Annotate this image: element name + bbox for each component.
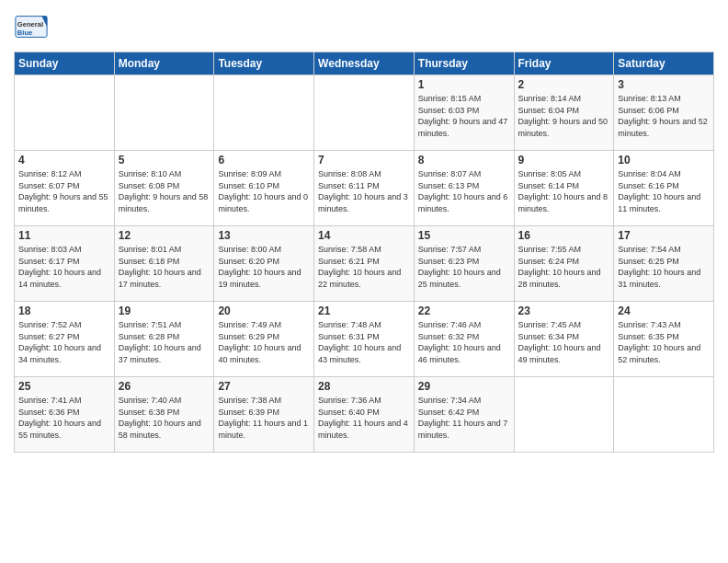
calendar-header-cell: Friday — [514, 52, 614, 75]
calendar-header-cell: Saturday — [614, 52, 714, 75]
calendar-header-cell: Sunday — [15, 52, 115, 75]
calendar-week-row: 25Sunrise: 7:41 AM Sunset: 6:36 PM Dayli… — [15, 377, 714, 453]
day-info: Sunrise: 8:00 AM Sunset: 6:20 PM Dayligh… — [218, 244, 310, 290]
day-info: Sunrise: 7:52 AM Sunset: 6:27 PM Dayligh… — [18, 319, 110, 365]
calendar-cell: 9Sunrise: 8:05 AM Sunset: 6:14 PM Daylig… — [514, 151, 614, 226]
day-info: Sunrise: 7:41 AM Sunset: 6:36 PM Dayligh… — [18, 395, 110, 441]
day-number: 18 — [18, 304, 110, 317]
day-info: Sunrise: 7:57 AM Sunset: 6:23 PM Dayligh… — [418, 244, 510, 290]
svg-text:Blue: Blue — [17, 29, 32, 37]
calendar-cell: 6Sunrise: 8:09 AM Sunset: 6:10 PM Daylig… — [214, 151, 314, 226]
day-info: Sunrise: 8:07 AM Sunset: 6:13 PM Dayligh… — [418, 168, 510, 214]
calendar-cell — [114, 75, 214, 151]
calendar-cell: 21Sunrise: 7:48 AM Sunset: 6:31 PM Dayli… — [314, 302, 415, 377]
logo-icon: General Blue — [14, 9, 49, 44]
day-info: Sunrise: 7:49 AM Sunset: 6:29 PM Dayligh… — [218, 319, 310, 365]
day-number: 10 — [618, 154, 710, 167]
calendar-week-row: 11Sunrise: 8:03 AM Sunset: 6:17 PM Dayli… — [15, 226, 714, 302]
calendar-cell — [214, 75, 314, 151]
calendar-cell: 22Sunrise: 7:46 AM Sunset: 6:32 PM Dayli… — [414, 302, 514, 377]
day-info: Sunrise: 8:15 AM Sunset: 6:03 PM Dayligh… — [418, 93, 510, 139]
day-info: Sunrise: 8:13 AM Sunset: 6:06 PM Dayligh… — [618, 93, 710, 139]
calendar-cell: 29Sunrise: 7:34 AM Sunset: 6:42 PM Dayli… — [414, 377, 514, 453]
day-info: Sunrise: 8:04 AM Sunset: 6:16 PM Dayligh… — [618, 168, 710, 214]
day-info: Sunrise: 7:55 AM Sunset: 6:24 PM Dayligh… — [518, 244, 610, 290]
calendar-header-cell: Monday — [114, 52, 214, 75]
day-info: Sunrise: 8:03 AM Sunset: 6:17 PM Dayligh… — [18, 244, 110, 290]
day-number: 27 — [218, 380, 310, 393]
day-info: Sunrise: 7:51 AM Sunset: 6:28 PM Dayligh… — [119, 319, 210, 365]
day-info: Sunrise: 8:14 AM Sunset: 6:04 PM Dayligh… — [518, 93, 610, 139]
header: General Blue — [14, 9, 714, 44]
calendar-cell: 16Sunrise: 7:55 AM Sunset: 6:24 PM Dayli… — [514, 226, 614, 302]
day-info: Sunrise: 7:36 AM Sunset: 6:40 PM Dayligh… — [318, 395, 410, 441]
day-number: 16 — [518, 229, 610, 242]
calendar-cell: 11Sunrise: 8:03 AM Sunset: 6:17 PM Dayli… — [15, 226, 115, 302]
day-number: 23 — [518, 304, 610, 317]
calendar-week-row: 1Sunrise: 8:15 AM Sunset: 6:03 PM Daylig… — [15, 75, 714, 151]
day-number: 5 — [119, 154, 210, 167]
calendar-table: SundayMondayTuesdayWednesdayThursdayFrid… — [14, 52, 714, 453]
calendar-cell — [314, 75, 415, 151]
calendar-cell: 10Sunrise: 8:04 AM Sunset: 6:16 PM Dayli… — [614, 151, 714, 226]
day-number: 8 — [418, 154, 510, 167]
day-info: Sunrise: 8:05 AM Sunset: 6:14 PM Dayligh… — [518, 168, 610, 214]
day-number: 11 — [18, 229, 110, 242]
calendar-cell: 26Sunrise: 7:40 AM Sunset: 6:38 PM Dayli… — [114, 377, 214, 453]
calendar-cell: 7Sunrise: 8:08 AM Sunset: 6:11 PM Daylig… — [314, 151, 415, 226]
calendar-cell: 18Sunrise: 7:52 AM Sunset: 6:27 PM Dayli… — [15, 302, 115, 377]
calendar-cell: 12Sunrise: 8:01 AM Sunset: 6:18 PM Dayli… — [114, 226, 214, 302]
calendar-cell: 20Sunrise: 7:49 AM Sunset: 6:29 PM Dayli… — [214, 302, 314, 377]
day-number: 17 — [618, 229, 710, 242]
day-number: 15 — [418, 229, 510, 242]
day-number: 25 — [18, 380, 110, 393]
day-number: 14 — [318, 229, 410, 242]
calendar-cell: 17Sunrise: 7:54 AM Sunset: 6:25 PM Dayli… — [614, 226, 714, 302]
calendar-cell: 23Sunrise: 7:45 AM Sunset: 6:34 PM Dayli… — [514, 302, 614, 377]
calendar-cell: 13Sunrise: 8:00 AM Sunset: 6:20 PM Dayli… — [214, 226, 314, 302]
day-info: Sunrise: 7:54 AM Sunset: 6:25 PM Dayligh… — [618, 244, 710, 290]
day-number: 13 — [218, 229, 310, 242]
day-number: 19 — [119, 304, 210, 317]
calendar-cell — [614, 377, 714, 453]
day-info: Sunrise: 8:10 AM Sunset: 6:08 PM Dayligh… — [119, 168, 210, 214]
calendar-week-row: 4Sunrise: 8:12 AM Sunset: 6:07 PM Daylig… — [15, 151, 714, 226]
day-info: Sunrise: 8:01 AM Sunset: 6:18 PM Dayligh… — [119, 244, 210, 290]
day-number: 2 — [518, 78, 610, 91]
day-info: Sunrise: 7:46 AM Sunset: 6:32 PM Dayligh… — [418, 319, 510, 365]
calendar-cell: 5Sunrise: 8:10 AM Sunset: 6:08 PM Daylig… — [114, 151, 214, 226]
calendar-cell: 25Sunrise: 7:41 AM Sunset: 6:36 PM Dayli… — [15, 377, 115, 453]
day-number: 20 — [218, 304, 310, 317]
day-number: 26 — [119, 380, 210, 393]
calendar-cell: 28Sunrise: 7:36 AM Sunset: 6:40 PM Dayli… — [314, 377, 415, 453]
day-info: Sunrise: 7:58 AM Sunset: 6:21 PM Dayligh… — [318, 244, 410, 290]
day-number: 29 — [418, 380, 510, 393]
day-number: 4 — [18, 154, 110, 167]
calendar-cell: 3Sunrise: 8:13 AM Sunset: 6:06 PM Daylig… — [614, 75, 714, 151]
day-number: 1 — [418, 78, 510, 91]
day-info: Sunrise: 7:43 AM Sunset: 6:35 PM Dayligh… — [618, 319, 710, 365]
day-number: 9 — [518, 154, 610, 167]
calendar-header-cell: Tuesday — [214, 52, 314, 75]
day-info: Sunrise: 7:34 AM Sunset: 6:42 PM Dayligh… — [418, 395, 510, 441]
day-info: Sunrise: 8:09 AM Sunset: 6:10 PM Dayligh… — [218, 168, 310, 214]
calendar-header-row: SundayMondayTuesdayWednesdayThursdayFrid… — [15, 52, 714, 75]
day-number: 28 — [318, 380, 410, 393]
calendar-cell — [514, 377, 614, 453]
day-number: 7 — [318, 154, 410, 167]
calendar-cell: 2Sunrise: 8:14 AM Sunset: 6:04 PM Daylig… — [514, 75, 614, 151]
calendar-cell: 24Sunrise: 7:43 AM Sunset: 6:35 PM Dayli… — [614, 302, 714, 377]
day-info: Sunrise: 7:45 AM Sunset: 6:34 PM Dayligh… — [518, 319, 610, 365]
calendar-cell: 1Sunrise: 8:15 AM Sunset: 6:03 PM Daylig… — [414, 75, 514, 151]
day-number: 12 — [119, 229, 210, 242]
day-number: 22 — [418, 304, 510, 317]
day-number: 24 — [618, 304, 710, 317]
day-number: 3 — [618, 78, 710, 91]
calendar-cell: 4Sunrise: 8:12 AM Sunset: 6:07 PM Daylig… — [15, 151, 115, 226]
day-info: Sunrise: 7:40 AM Sunset: 6:38 PM Dayligh… — [119, 395, 210, 441]
calendar-header-cell: Thursday — [414, 52, 514, 75]
calendar-cell: 19Sunrise: 7:51 AM Sunset: 6:28 PM Dayli… — [114, 302, 214, 377]
day-info: Sunrise: 7:48 AM Sunset: 6:31 PM Dayligh… — [318, 319, 410, 365]
calendar-cell: 14Sunrise: 7:58 AM Sunset: 6:21 PM Dayli… — [314, 226, 415, 302]
day-info: Sunrise: 8:12 AM Sunset: 6:07 PM Dayligh… — [18, 168, 110, 214]
